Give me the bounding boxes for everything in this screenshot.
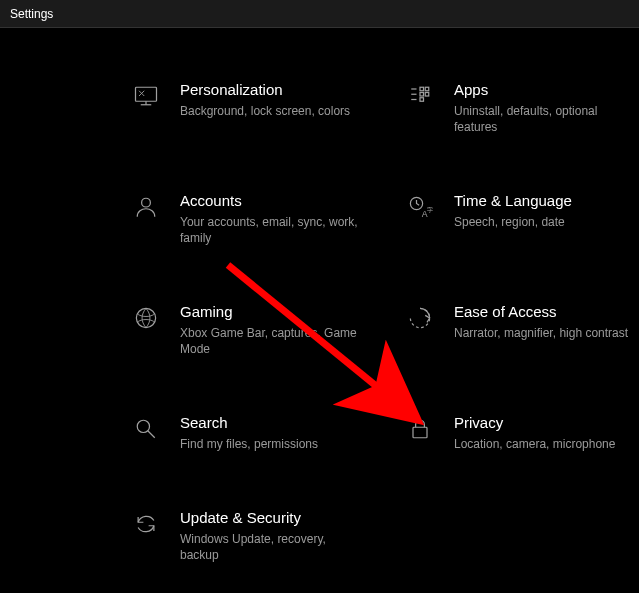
tile-time-language[interactable]: A字 Time & Language Speech, region, date	[402, 191, 632, 246]
svg-rect-18	[413, 427, 427, 438]
tile-search[interactable]: Search Find my files, permissions	[128, 413, 388, 452]
tile-title: Personalization	[180, 80, 350, 100]
tile-sub: Your accounts, email, sync, work, family	[180, 214, 360, 246]
ease-of-access-icon	[402, 302, 438, 332]
tile-title: Privacy	[454, 413, 615, 433]
svg-rect-8	[420, 93, 424, 97]
window-title: Settings	[10, 7, 53, 21]
personalization-icon	[128, 80, 164, 110]
search-icon	[128, 413, 164, 443]
tile-gaming[interactable]: Gaming Xbox Game Bar, captures, Game Mod…	[128, 302, 388, 357]
tile-title: Search	[180, 413, 318, 433]
tile-ease-of-access[interactable]: Ease of Access Narrator, magnifier, high…	[402, 302, 632, 357]
tile-personalization[interactable]: Personalization Background, lock screen,…	[128, 80, 388, 135]
tile-title: Apps	[454, 80, 632, 100]
svg-line-17	[148, 431, 155, 438]
time-language-icon: A字	[402, 191, 438, 221]
tile-sub: Find my files, permissions	[180, 436, 318, 452]
tile-sub: Xbox Game Bar, captures, Game Mode	[180, 325, 360, 357]
accounts-icon	[128, 191, 164, 221]
tile-sub: Background, lock screen, colors	[180, 103, 350, 119]
tile-apps[interactable]: Apps Uninstall, defaults, optional featu…	[402, 80, 632, 135]
tile-title: Ease of Access	[454, 302, 628, 322]
svg-rect-0	[136, 87, 157, 101]
svg-point-16	[137, 420, 149, 432]
lock-icon	[402, 413, 438, 443]
tile-title: Gaming	[180, 302, 360, 322]
tile-accounts[interactable]: Accounts Your accounts, email, sync, wor…	[128, 191, 388, 246]
tile-sub: Location, camera, microphone	[454, 436, 615, 452]
apps-icon	[402, 80, 438, 110]
tile-sub: Windows Update, recovery, backup	[180, 531, 360, 563]
tile-title: Accounts	[180, 191, 360, 211]
tile-sub: Narrator, magnifier, high contrast	[454, 325, 628, 341]
update-icon	[128, 508, 164, 538]
svg-rect-10	[420, 98, 424, 102]
svg-point-11	[142, 198, 151, 207]
svg-rect-9	[425, 93, 429, 97]
settings-grid: Personalization Background, lock screen,…	[128, 80, 628, 563]
window-titlebar: Settings	[0, 0, 639, 28]
svg-point-15	[136, 308, 155, 327]
svg-rect-6	[420, 87, 424, 91]
gaming-icon	[128, 302, 164, 332]
tile-title: Update & Security	[180, 508, 360, 528]
tile-sub: Uninstall, defaults, optional features	[454, 103, 632, 135]
tile-update-security[interactable]: Update & Security Windows Update, recove…	[128, 508, 388, 563]
tile-sub: Speech, region, date	[454, 214, 572, 230]
svg-text:字: 字	[427, 206, 433, 213]
tile-title: Time & Language	[454, 191, 572, 211]
tile-privacy[interactable]: Privacy Location, camera, microphone	[402, 413, 632, 452]
svg-rect-7	[425, 87, 429, 91]
